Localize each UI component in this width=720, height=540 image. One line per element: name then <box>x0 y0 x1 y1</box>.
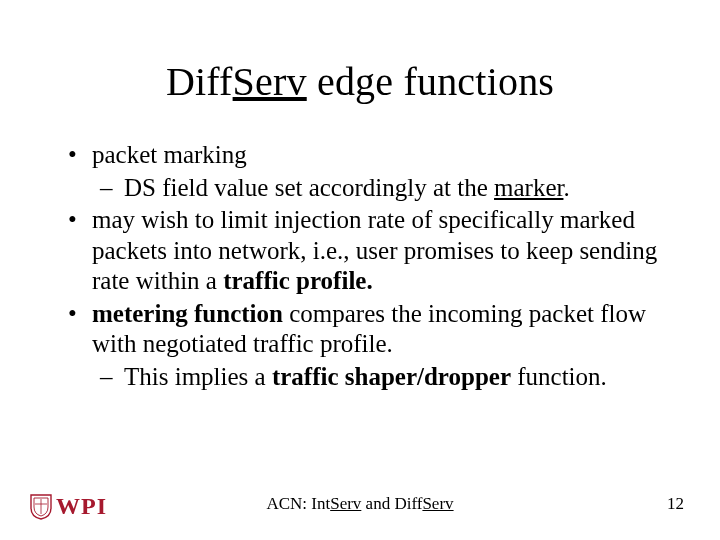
title-prefix: Diff <box>166 59 233 104</box>
bullet-2: may wish to limit injection rate of spec… <box>62 205 662 297</box>
footer-center: ACN: IntServ and DiffServ <box>0 494 720 514</box>
footer: WPI ACN: IntServ and DiffServ 12 <box>0 480 720 520</box>
bullet-3-sub-1-bold: traffic shaper/dropper <box>272 363 511 390</box>
bullet-1: packet marking <box>62 140 662 171</box>
bullet-3-sub-1-pre: This implies a <box>124 363 272 390</box>
slide-title: DiffServ edge functions <box>0 58 720 105</box>
bullet-1-sub-1-post: . <box>563 174 569 201</box>
bullet-1-text: packet marking <box>92 141 247 168</box>
footer-center-u1: Serv <box>330 494 361 513</box>
title-abbrev: Serv <box>233 59 307 104</box>
footer-center-pre: ACN: Int <box>266 494 330 513</box>
bullet-3-sub-1: This implies a traffic shaper/dropper fu… <box>62 362 662 393</box>
bullet-1-sub-1-underline: marker <box>494 174 563 201</box>
bullet-3-sub-1-post: function. <box>511 363 607 390</box>
slide-body: packet marking DS field value set accord… <box>62 140 662 394</box>
bullet-1-sub-1-pre: DS field value set accordingly at the <box>124 174 494 201</box>
bullet-1-sub-1: DS field value set accordingly at the ma… <box>62 173 662 204</box>
bullet-3-bold: metering function <box>92 300 283 327</box>
footer-center-u2: Serv <box>422 494 453 513</box>
bullet-3: metering function compares the incoming … <box>62 299 662 360</box>
bullet-2-bold: traffic profile. <box>223 267 372 294</box>
title-suffix: edge functions <box>307 59 554 104</box>
footer-center-mid: and Diff <box>361 494 422 513</box>
page-number: 12 <box>667 494 684 514</box>
slide: DiffServ edge functions packet marking D… <box>0 0 720 540</box>
bullet-2-pre: may wish to limit injection rate of spec… <box>92 206 657 294</box>
